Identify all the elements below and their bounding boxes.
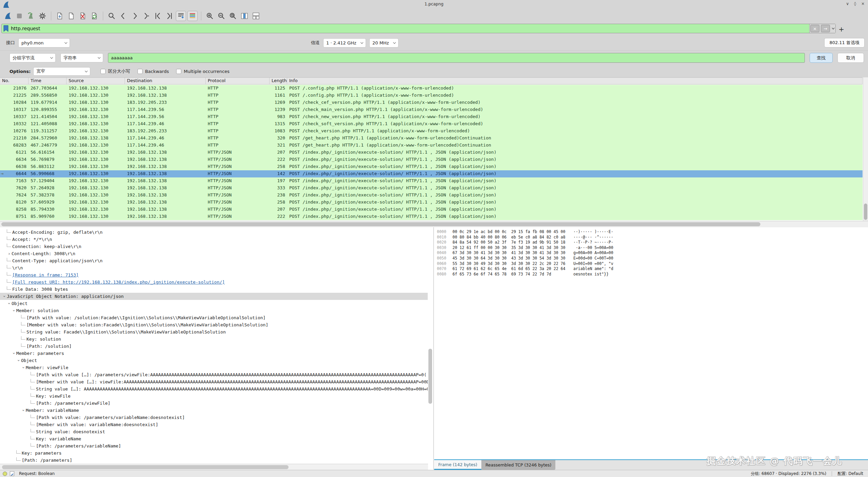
search-width-select[interactable]: 宽窄 — [33, 67, 90, 76]
zoom-reset-icon[interactable] — [228, 11, 238, 21]
find-packet-icon[interactable] — [107, 11, 117, 21]
expander-icon[interactable]: › — [20, 408, 27, 413]
filter-apply-button[interactable]: → — [821, 25, 830, 32]
packet-row[interactable]: 10332121.405088192.168.132.130117.144.23… — [0, 120, 863, 128]
scrollbar-thumb[interactable] — [428, 349, 432, 404]
hex-row[interactable]: 006055 3d 30 30 49 3d 30 30 3d 30 30 22 … — [437, 261, 613, 267]
hex-row[interactable]: 00806f 65 73 6e 6f 74 65 78 69 73 74 22 … — [437, 272, 613, 277]
capture-options-icon[interactable] — [37, 11, 48, 21]
zoom-in-icon[interactable] — [205, 11, 215, 21]
save-file-icon[interactable] — [66, 11, 76, 21]
stop-capture-icon[interactable] — [14, 11, 24, 21]
scrollbar-thumb[interactable] — [1, 222, 760, 226]
packet-list-vscrollbar[interactable] — [863, 77, 868, 221]
search-type-select[interactable]: 字符串 — [60, 53, 103, 62]
detail-tree-row[interactable]: [Member with value: solution:Facade\\Ign… — [0, 321, 428, 328]
bookmark-icon[interactable] — [3, 25, 9, 32]
expander-icon[interactable]: › — [1, 294, 8, 299]
packet-row[interactable]: 10317120.899355192.168.132.130117.144.23… — [0, 106, 863, 113]
expander-icon[interactable]: › — [11, 351, 18, 356]
packet-row[interactable]: 812057.605929192.168.132.130192.168.132.… — [0, 199, 863, 206]
expander-icon[interactable]: › — [7, 250, 12, 257]
hex-row[interactable]: 003020 12 61 ff 00 00 30 30 35 3d 30 30 … — [437, 245, 613, 251]
restart-capture-icon[interactable] — [26, 11, 36, 21]
detail-tree-row[interactable]: [Path with value: /parameters/variableNa… — [0, 414, 428, 421]
go-back-icon[interactable] — [118, 11, 128, 21]
filter-clear-button[interactable]: × — [810, 25, 819, 32]
packet-row[interactable]: 21225289.556850192.168.132.130192.168.13… — [0, 92, 863, 99]
detail-tree-row[interactable]: File Data: 3008 bytes — [0, 286, 428, 293]
detail-tree-row[interactable]: [Member with value: variableName:doesnot… — [0, 421, 428, 428]
detail-tree-row[interactable]: Key: viewFile — [0, 393, 428, 400]
packet-row[interactable]: 875185.909760192.168.132.130192.168.132.… — [0, 213, 863, 220]
details-hscrollbar[interactable] — [0, 464, 428, 470]
detail-tree-row[interactable]: ›JavaScript Object Notation: application… — [0, 293, 428, 300]
detail-tree-row[interactable]: ›Content-Length: 3008\r\n — [0, 250, 428, 257]
expander-icon[interactable]: › — [11, 308, 18, 313]
expander-icon[interactable]: › — [20, 365, 27, 370]
search-scope-select[interactable]: 分组字节流 — [10, 53, 56, 62]
expert-info-icon[interactable] — [3, 472, 7, 476]
hex-row[interactable]: 007061 72 69 61 62 6c 65 4e 61 6d 65 22 … — [437, 266, 613, 272]
packet-row[interactable]: 10284119.677914192.168.132.130183.192.20… — [0, 99, 863, 106]
search-input[interactable]: aaaaaaaa — [108, 53, 805, 63]
first-packet-icon[interactable] — [153, 11, 163, 21]
column-header-time[interactable]: Time — [29, 78, 67, 84]
packet-row[interactable]: 663456.769879192.168.132.130192.168.132.… — [0, 156, 863, 163]
checkbox[interactable] — [176, 69, 181, 74]
detail-tree-row[interactable]: Key: solution — [0, 336, 428, 343]
column-header-protocol[interactable]: Protocol — [206, 78, 270, 84]
close-button[interactable]: × — [861, 1, 865, 6]
hex-row[interactable]: 005045 3d 30 30 64 3d 30 30 43 3d 30 30 … — [437, 256, 613, 261]
close-file-icon[interactable] — [78, 11, 88, 21]
scrollbar-thumb[interactable] — [2, 465, 289, 469]
packet-row[interactable]: 716357.129404192.168.132.130192.168.132.… — [0, 177, 863, 185]
detail-tree-row[interactable]: ›Member: parameters — [0, 350, 428, 357]
details-vscrollbar[interactable] — [428, 227, 432, 463]
channel-select[interactable]: 1 · 2.412 GHz — [323, 38, 366, 47]
detail-tree-row[interactable]: [Path: /parameters/variableName] — [0, 442, 428, 450]
detail-tree-row[interactable]: ›Member: solution — [0, 307, 428, 314]
scrollbar-thumb[interactable] — [864, 204, 867, 220]
detail-tree-row[interactable]: [Path: /parameters/viewFile] — [0, 400, 428, 407]
detail-tree-row[interactable]: [Member with value […]: viewFile:AAAAAAA… — [0, 378, 428, 385]
resize-columns-icon[interactable] — [239, 11, 250, 21]
capture-comment-icon[interactable] — [10, 471, 14, 476]
generated-field-link[interactable]: [Response in frame: 7153] — [12, 271, 79, 279]
auto-scroll-icon[interactable] — [176, 11, 186, 21]
packet-row[interactable]: 21076267.703644192.168.132.130192.168.13… — [0, 85, 863, 92]
detail-tree-row[interactable]: ›Member: viewFile — [0, 364, 428, 371]
column-header-info[interactable]: Info — [287, 78, 863, 84]
expander-icon[interactable]: › — [15, 358, 22, 363]
maximize-button[interactable]: ◊ — [854, 1, 856, 6]
open-file-icon[interactable] — [55, 11, 65, 21]
packet-list-hscrollbar[interactable] — [0, 221, 868, 227]
column-header-destination[interactable]: Destination — [125, 78, 206, 84]
packet-row[interactable]: 21210284.572960192.168.132.138117.144.23… — [0, 135, 863, 142]
detail-tree-row[interactable]: Accept: */*\r\n — [0, 236, 428, 243]
packet-row[interactable]: 612156.616154192.168.132.130192.168.132.… — [0, 149, 863, 156]
detail-tree-row[interactable]: [Response in frame: 7153] — [0, 271, 428, 279]
layout-columns-icon[interactable] — [251, 11, 261, 21]
generated-field-link[interactable]: [Full request URI: http://192.168.132.13… — [12, 279, 225, 286]
detail-tree-row[interactable]: [Full request URI: http://192.168.132.13… — [0, 279, 428, 286]
hex-row[interactable]: 001000 80 84 bb 40 00 80 06 eb 5e c0 a8 … — [437, 235, 613, 240]
go-to-packet-icon[interactable] — [141, 11, 151, 21]
packet-row[interactable]: 10276119.311257192.168.132.130183.192.20… — [0, 128, 863, 135]
bytes-tab-reassembled-tcp[interactable]: Reassembled TCP (3246 bytes) — [481, 460, 556, 470]
detail-tree-row[interactable]: ›Object — [0, 300, 428, 307]
detail-tree-row[interactable]: String value: doesnotexist — [0, 428, 428, 435]
profile-info[interactable]: 配置: Default — [837, 471, 863, 477]
find-button[interactable]: 查找 — [810, 53, 833, 63]
display-filter-input[interactable]: http.request × → — [1, 24, 836, 33]
detail-tree-row[interactable]: \r\n — [0, 264, 428, 271]
detail-tree-row[interactable]: String value: Facade\\Ignition\\Solution… — [0, 328, 428, 336]
zoom-out-icon[interactable] — [216, 11, 226, 21]
bytes-tab-frame[interactable]: Frame (142 bytes) — [434, 460, 481, 470]
column-header-no[interactable]: No. — [0, 78, 29, 84]
detail-tree-row[interactable]: ›Object — [0, 357, 428, 364]
hex-row[interactable]: 002084 8a 54 92 00 50 a2 3f 7e f3 19 ad … — [437, 240, 613, 245]
expander-icon[interactable]: › — [6, 301, 13, 306]
checkbox[interactable] — [100, 69, 106, 74]
go-forward-icon[interactable] — [130, 11, 140, 21]
